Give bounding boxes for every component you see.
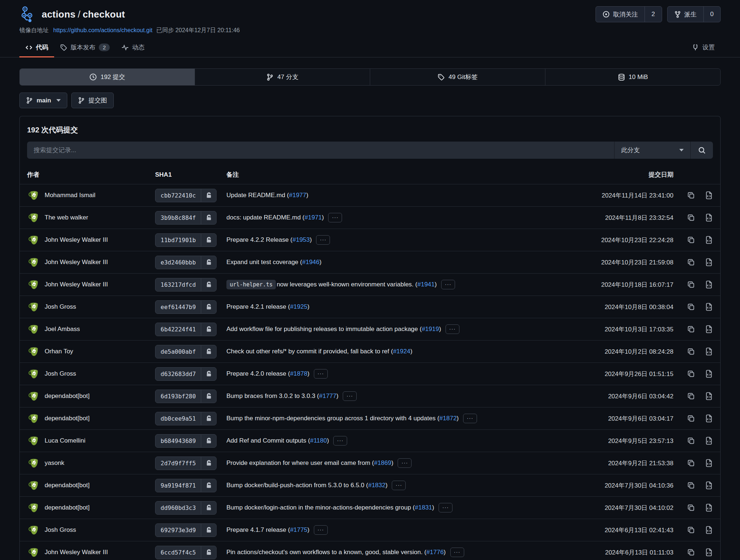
watchers-count[interactable]: 2 xyxy=(645,7,661,22)
copy-sha-icon[interactable] xyxy=(687,325,695,333)
issue-link[interactable]: #1180 xyxy=(310,437,327,444)
copy-sha-icon[interactable] xyxy=(687,303,695,311)
copy-sha-icon[interactable] xyxy=(687,281,695,289)
search-input[interactable] xyxy=(27,142,614,159)
copy-sha-icon[interactable] xyxy=(687,347,695,356)
copy-sha-icon[interactable] xyxy=(687,548,695,556)
commit-sha-button[interactable]: cbb722410c xyxy=(155,189,217,202)
author-name[interactable]: John Wesley Walker III xyxy=(45,236,108,244)
branch-filter-select[interactable]: 此分支 xyxy=(614,142,690,159)
expand-commit-button[interactable]: ··· xyxy=(463,414,477,423)
author-name[interactable]: The web walker xyxy=(45,214,88,221)
expand-commit-button[interactable]: ··· xyxy=(446,324,459,334)
copy-sha-icon[interactable] xyxy=(687,214,695,222)
browse-source-icon[interactable] xyxy=(705,481,713,489)
tab-releases[interactable]: 版本发布 2 xyxy=(54,38,116,57)
expand-commit-button[interactable]: ··· xyxy=(392,481,406,490)
issue-link[interactable]: #1776 xyxy=(427,549,444,556)
mirror-url-link[interactable]: https://github.com/actions/checkout.git xyxy=(53,27,152,33)
unwatch-button[interactable]: 取消关注 xyxy=(596,7,645,22)
expand-commit-button[interactable]: ··· xyxy=(343,391,357,401)
author-name[interactable]: Luca Comellini xyxy=(45,437,86,444)
author-name[interactable]: Orhan Toy xyxy=(45,348,73,355)
stat-size[interactable]: 10 MiB xyxy=(545,69,720,85)
browse-source-icon[interactable] xyxy=(705,347,713,356)
issue-link[interactable]: #1872 xyxy=(439,415,457,422)
commit-sha-button[interactable]: 3b9b8c884f xyxy=(155,211,217,225)
copy-sha-icon[interactable] xyxy=(687,414,695,422)
commit-sha-button[interactable]: 9a9194f871 xyxy=(155,479,217,492)
browse-source-icon[interactable] xyxy=(705,526,713,534)
issue-link[interactable]: #1977 xyxy=(289,192,306,199)
browse-source-icon[interactable] xyxy=(705,236,713,244)
copy-sha-icon[interactable] xyxy=(687,437,695,445)
copy-sha-icon[interactable] xyxy=(687,459,695,467)
author-name[interactable]: John Wesley Walker III xyxy=(45,281,108,288)
browse-source-icon[interactable] xyxy=(705,459,713,467)
issue-link[interactable]: #1953 xyxy=(293,236,310,244)
issue-link[interactable]: #1946 xyxy=(302,259,319,266)
browse-source-icon[interactable] xyxy=(705,504,713,512)
browse-source-icon[interactable] xyxy=(705,281,713,289)
expand-commit-button[interactable]: ··· xyxy=(450,548,464,557)
repo-name-link[interactable]: checkout xyxy=(83,9,125,20)
issue-link[interactable]: #1971 xyxy=(305,214,322,221)
copy-sha-icon[interactable] xyxy=(687,392,695,400)
author-name[interactable]: dependabot[bot] xyxy=(45,392,90,400)
issue-link[interactable]: #1777 xyxy=(319,392,336,400)
browse-source-icon[interactable] xyxy=(705,370,713,378)
browse-source-icon[interactable] xyxy=(705,325,713,333)
author-name[interactable]: Josh Gross xyxy=(45,526,76,534)
copy-sha-icon[interactable] xyxy=(687,370,695,378)
commit-sha-button[interactable]: de5a000abf xyxy=(155,345,217,358)
browse-source-icon[interactable] xyxy=(705,548,713,556)
issue-link[interactable]: #1775 xyxy=(290,526,307,534)
expand-commit-button[interactable]: ··· xyxy=(333,436,347,446)
commit-graph-button[interactable]: 提交图 xyxy=(71,93,114,108)
browse-source-icon[interactable] xyxy=(705,214,713,222)
author-name[interactable]: Joel Ambass xyxy=(45,326,80,333)
issue-link[interactable]: #1919 xyxy=(422,326,439,333)
author-name[interactable]: Josh Gross xyxy=(45,370,76,377)
commit-sha-button[interactable]: 11bd71901b xyxy=(155,233,217,247)
author-name[interactable]: dependabot[bot] xyxy=(45,482,90,489)
copy-sha-icon[interactable] xyxy=(687,191,695,199)
expand-commit-button[interactable]: ··· xyxy=(441,280,455,289)
commit-sha-button[interactable]: 6d193bf280 xyxy=(155,390,217,403)
commit-sha-button[interactable]: db0cee9a51 xyxy=(155,412,217,425)
commit-sha-button[interactable]: dd960bd3c3 xyxy=(155,501,217,515)
commit-sha-button[interactable]: 2d7d9f7ff5 xyxy=(155,456,217,470)
issue-link[interactable]: #1832 xyxy=(368,482,385,489)
author-name[interactable]: yasonk xyxy=(45,459,64,467)
commit-sha-button[interactable]: 6ccd57f4c5 xyxy=(155,546,217,559)
issue-link[interactable]: #1925 xyxy=(290,303,307,311)
browse-source-icon[interactable] xyxy=(705,414,713,422)
stat-branches[interactable]: 47 分支 xyxy=(195,69,370,85)
copy-sha-icon[interactable] xyxy=(687,236,695,244)
browse-source-icon[interactable] xyxy=(705,437,713,445)
copy-sha-icon[interactable] xyxy=(687,504,695,512)
browse-source-icon[interactable] xyxy=(705,191,713,199)
author-name[interactable]: Josh Gross xyxy=(45,303,76,311)
expand-commit-button[interactable]: ··· xyxy=(328,213,342,222)
commit-sha-button[interactable]: eef61447b9 xyxy=(155,300,217,314)
stat-commits[interactable]: 192 提交 xyxy=(20,69,195,85)
fork-button[interactable]: 派生 xyxy=(668,7,703,22)
author-name[interactable]: John Wesley Walker III xyxy=(45,259,108,266)
expand-commit-button[interactable]: ··· xyxy=(398,458,412,468)
issue-link[interactable]: #1878 xyxy=(290,370,307,377)
browse-source-icon[interactable] xyxy=(705,303,713,311)
tab-code[interactable]: 代码 xyxy=(19,38,54,57)
commit-sha-button[interactable]: e3d2460bbb xyxy=(155,256,217,269)
browse-source-icon[interactable] xyxy=(705,392,713,400)
author-name[interactable]: John Wesley Walker III xyxy=(45,549,108,556)
repo-owner-link[interactable]: actions xyxy=(42,9,75,20)
issue-link[interactable]: #1941 xyxy=(417,281,435,288)
forks-count[interactable]: 0 xyxy=(703,7,720,22)
commit-sha-button[interactable]: b684943689 xyxy=(155,434,217,448)
commit-sha-button[interactable]: 692973e3d9 xyxy=(155,523,217,537)
search-button[interactable] xyxy=(690,142,713,159)
branch-selector[interactable]: main xyxy=(19,93,67,108)
tab-settings[interactable]: 设置 xyxy=(686,38,721,57)
issue-link[interactable]: #1924 xyxy=(393,348,410,355)
